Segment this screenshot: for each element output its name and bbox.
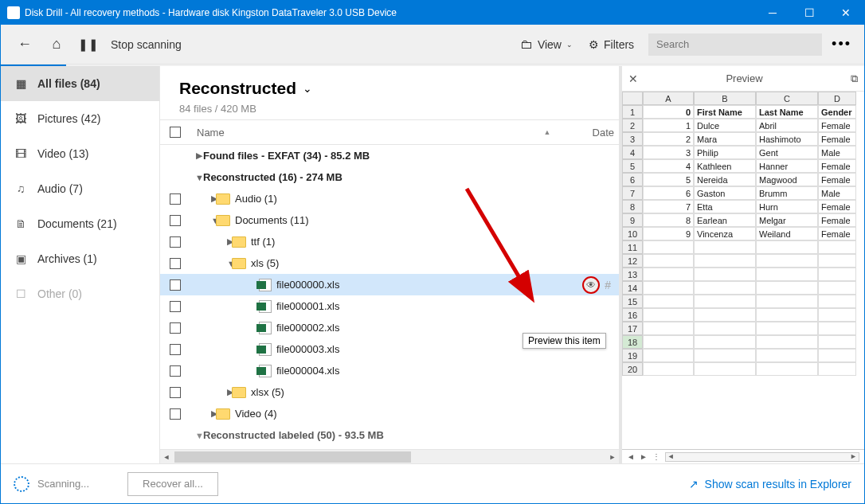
group-row-labeled[interactable]: ▼Reconstructed labeled (50) - 93.5 MB [160,424,619,446]
select-all-checkbox[interactable] [170,127,181,138]
column-name[interactable]: Name [190,127,585,139]
view-dropdown[interactable]: 🗀 View ⌄ [520,37,573,52]
recover-all-button[interactable]: Recover all... [127,472,218,496]
section-heading[interactable]: Reconstructed ⌄ [179,79,312,98]
xls-icon [259,343,272,356]
music-icon: ♫ [14,182,28,195]
collapse-icon[interactable]: ▼ [190,431,203,440]
row-checkbox[interactable] [170,258,181,269]
row-checkbox[interactable] [170,387,181,398]
row-checkbox[interactable] [170,322,181,334]
xls-icon [259,300,272,313]
box-icon: ☐ [14,287,28,300]
sidebar-item-all-files[interactable]: ▦All files (84) [1,66,159,101]
column-date[interactable]: Date [593,127,619,139]
expand-icon[interactable]: ▶ [190,236,227,247]
row-checkbox[interactable] [170,215,181,226]
more-menu-button[interactable]: ••• [832,36,851,53]
row-checkbox[interactable] [170,279,181,291]
annotation-arrow [459,181,554,324]
scanning-status: Scanning... [37,478,89,490]
stop-scanning-button[interactable]: Stop scanning [111,38,182,51]
spreadsheet-preview[interactable]: 1234567891011121314151617181920 ABCD 0Fi… [622,92,864,449]
chevron-down-icon: ⌄ [566,41,573,49]
back-button[interactable]: ← [12,32,37,57]
collapse-icon[interactable]: ▼ [190,173,203,182]
archive-icon: ▣ [14,252,28,265]
xls-icon [259,279,272,291]
section-subheading: 84 files / 420 MB [179,103,600,115]
sort-asc-icon: ▲ [544,128,551,136]
maximize-button[interactable]: ☐ [791,1,828,25]
filters-button[interactable]: ⚙ Filters [589,38,634,51]
picture-icon: 🖼 [14,112,28,125]
folder-icon [232,258,246,269]
preview-panel: ✕ Preview ⧉ 1234567891011121314151617181… [619,66,864,463]
column-headers: Name ▲ Date [160,119,619,145]
sidebar-item-documents[interactable]: 🗎Documents (21) [1,206,159,241]
grid-icon: ▦ [14,77,28,90]
preview-button[interactable]: 👁 [582,276,600,294]
close-button[interactable]: ✕ [828,1,864,25]
window-title: Disk Drill - All recovery methods - Hard… [25,7,397,18]
popout-button[interactable]: ⧉ [851,72,858,85]
row-checkbox[interactable] [170,365,181,377]
pause-button[interactable]: ❚❚ [76,32,101,57]
folder-row-video[interactable]: ▶Video (4) [160,403,619,424]
sidebar-item-other[interactable]: ☐Other (0) [1,276,159,311]
external-link-icon: ↗ [689,478,699,490]
folder-icon [232,387,246,398]
hex-button[interactable]: # [605,279,611,291]
horizontal-scrollbar[interactable]: ◄► [160,449,619,463]
preview-footer: ◄►⋮ [622,449,864,463]
expand-icon[interactable]: ▶ [190,387,227,397]
expand-icon[interactable]: ▶ [190,193,211,204]
folder-icon [216,215,230,226]
minimize-button[interactable]: ─ [754,1,791,25]
folder-icon [232,236,246,248]
document-icon: 🗎 [14,217,28,230]
preview-tooltip: Preview this item [523,333,606,349]
close-preview-button[interactable]: ✕ [628,72,638,85]
folder-icon: 🗀 [520,37,533,52]
row-checkbox[interactable] [170,408,181,420]
row-checkbox[interactable] [170,193,181,205]
status-bar: Scanning... Recover all... ↗ Show scan r… [1,463,864,503]
collapse-icon[interactable]: ▼ [190,216,211,225]
expand-icon[interactable]: ▶ [190,150,203,161]
toolbar: ← ⌂ ❚❚ Stop scanning 🗀 View ⌄ ⚙ Filters … [1,25,864,64]
app-icon [7,6,20,19]
sidebar-item-pictures[interactable]: 🖼Pictures (42) [1,101,159,136]
row-checkbox[interactable] [170,301,181,312]
search-input[interactable] [648,33,822,56]
folder-row-xlsx[interactable]: ▶xlsx (5) [160,381,619,403]
row-checkbox[interactable] [170,344,181,355]
xls-icon [259,322,272,334]
row-checkbox[interactable] [170,236,181,248]
preview-title: Preview [638,72,851,84]
film-icon: 🎞 [14,147,28,160]
collapse-icon[interactable]: ▼ [190,259,227,268]
home-button[interactable]: ⌂ [44,32,69,57]
spinner-icon [14,476,29,492]
show-in-explorer-link[interactable]: ↗ Show scan results in Explorer [689,478,851,490]
sidebar-item-audio[interactable]: ♫Audio (7) [1,171,159,206]
expand-icon[interactable]: ▶ [190,408,211,419]
folder-icon [216,408,230,420]
chevron-down-icon: ⌄ [303,82,312,95]
window-titlebar: Disk Drill - All recovery methods - Hard… [1,1,864,25]
sidebar: ▦All files (84) 🖼Pictures (42) 🎞Video (1… [1,66,160,463]
file-list-panel: Reconstructed ⌄ 84 files / 420 MB Name ▲… [160,66,619,463]
group-row-found[interactable]: ▶Found files - EXFAT (34) - 85.2 MB [160,145,619,166]
sliders-icon: ⚙ [589,38,599,51]
preview-hscrollbar[interactable] [665,452,859,462]
file-list[interactable]: ▶Found files - EXFAT (34) - 85.2 MB ▼Rec… [160,145,619,449]
file-row[interactable]: file000004.xls [160,360,619,381]
folder-icon [216,193,230,205]
sidebar-item-video[interactable]: 🎞Video (13) [1,136,159,171]
xls-icon [259,365,272,377]
sidebar-item-archives[interactable]: ▣Archives (1) [1,241,159,276]
svg-line-1 [467,189,530,296]
